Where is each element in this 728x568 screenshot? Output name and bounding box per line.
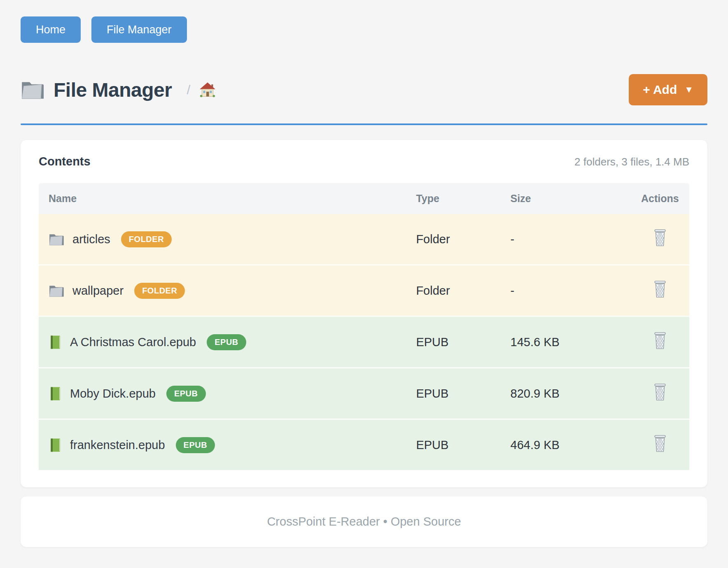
delete-button[interactable] [652, 331, 668, 350]
folder-icon [49, 233, 64, 246]
trash-icon [652, 228, 668, 247]
table-row[interactable]: articles FOLDER Folder - [39, 214, 689, 264]
top-nav: Home File Manager [21, 16, 707, 43]
footer-text: CrossPoint E-Reader • Open Source [267, 515, 461, 528]
type-badge: EPUB [207, 334, 246, 350]
column-header-type: Type [416, 183, 510, 214]
page-header: File Manager / + Add ▼ [21, 74, 707, 105]
type-badge: EPUB [166, 386, 206, 402]
title-divider [21, 123, 707, 125]
add-button-label: + Add [643, 83, 677, 97]
type-badge: EPUB [176, 437, 215, 453]
type-badge: FOLDER [121, 231, 172, 247]
delete-button[interactable] [652, 280, 668, 298]
file-name-link[interactable]: wallpaper [72, 284, 124, 298]
page: Home File Manager File Manager / [0, 0, 728, 547]
files-table: Name Type Size Actions articles FOLDER F [39, 183, 689, 470]
page-title: File Manager [54, 79, 172, 101]
delete-button[interactable] [652, 383, 668, 401]
table-row[interactable]: A Christmas Carol.epub EPUB EPUB 145.6 K… [39, 316, 689, 367]
delete-button[interactable] [652, 228, 668, 247]
file-type: EPUB [416, 367, 510, 419]
trash-icon [652, 280, 668, 298]
file-size: 464.9 KB [511, 419, 631, 470]
type-badge: FOLDER [134, 283, 185, 299]
trash-icon [652, 331, 668, 350]
file-manager-button[interactable]: File Manager [91, 16, 187, 43]
title-group: File Manager / [21, 79, 216, 101]
file-name-link[interactable]: Moby Dick.epub [70, 387, 156, 400]
delete-button[interactable] [652, 434, 668, 453]
table-header-row: Name Type Size Actions [39, 183, 689, 214]
file-type: EPUB [416, 316, 510, 367]
table-row[interactable]: wallpaper FOLDER Folder - [39, 264, 689, 316]
breadcrumb-separator: / [187, 82, 190, 98]
home-button[interactable]: Home [21, 16, 81, 43]
file-name-link[interactable]: frankenstein.epub [70, 438, 165, 452]
card-title: Contents [39, 155, 91, 168]
file-size: - [511, 264, 631, 316]
file-size: - [511, 214, 631, 264]
card-header: Contents 2 folders, 3 files, 1.4 MB [39, 155, 689, 168]
chevron-down-icon: ▼ [684, 84, 693, 95]
contents-card: Contents 2 folders, 3 files, 1.4 MB Name… [21, 140, 707, 487]
trash-icon [652, 383, 668, 401]
file-type: Folder [416, 264, 510, 316]
table-row[interactable]: Moby Dick.epub EPUB EPUB 820.9 KB [39, 367, 689, 419]
add-button[interactable]: + Add ▼ [629, 74, 707, 105]
book-icon [49, 438, 62, 453]
file-type: EPUB [416, 419, 510, 470]
folder-icon [49, 284, 64, 298]
house-icon[interactable] [199, 81, 216, 98]
table-row[interactable]: frankenstein.epub EPUB EPUB 464.9 KB [39, 419, 689, 470]
file-type: Folder [416, 214, 510, 264]
file-name-link[interactable]: articles [72, 233, 110, 246]
file-size: 820.9 KB [511, 367, 631, 419]
file-size: 145.6 KB [511, 316, 631, 367]
contents-summary: 2 folders, 3 files, 1.4 MB [574, 156, 689, 168]
column-header-actions: Actions [631, 183, 689, 214]
trash-icon [652, 434, 668, 453]
book-icon [49, 386, 62, 401]
folder-icon [21, 79, 44, 100]
file-name-link[interactable]: A Christmas Carol.epub [70, 335, 196, 349]
column-header-size: Size [511, 183, 631, 214]
column-header-name: Name [39, 183, 416, 214]
book-icon [49, 335, 62, 350]
footer: CrossPoint E-Reader • Open Source [21, 496, 707, 547]
